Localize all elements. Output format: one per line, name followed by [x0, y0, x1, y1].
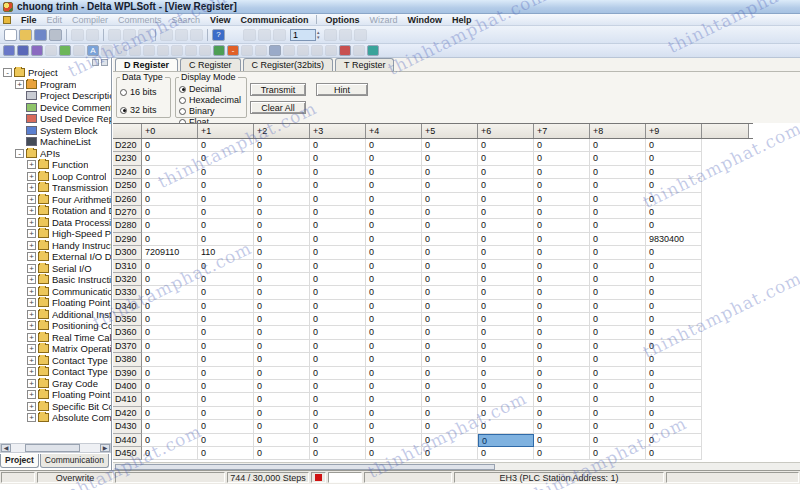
tree-item-absolute-compa[interactable]: +Absolute Compa: [0, 412, 111, 424]
tree-item-used-device-report[interactable]: Used Device Report: [0, 113, 111, 125]
register-cell[interactable]: 0: [422, 286, 478, 299]
register-cell[interactable]: 0: [646, 340, 702, 353]
register-cell[interactable]: 0: [646, 179, 702, 192]
register-cell[interactable]: 0: [478, 393, 534, 406]
register-cell[interactable]: 0: [310, 246, 366, 259]
register-cell[interactable]: 0: [590, 353, 646, 366]
register-cell[interactable]: 0: [310, 326, 366, 339]
tab-t-register[interactable]: T Register: [335, 58, 394, 71]
register-cell[interactable]: 0: [590, 434, 646, 447]
register-cell[interactable]: 0: [534, 420, 590, 433]
panel-close-button[interactable]: [101, 59, 108, 66]
register-cell[interactable]: 0: [142, 206, 198, 219]
register-cell[interactable]: 0: [310, 260, 366, 273]
scroll-left-icon[interactable]: ◀: [1, 444, 11, 452]
register-cell[interactable]: 0: [198, 420, 254, 433]
register-cell[interactable]: 0: [198, 340, 254, 353]
register-cell[interactable]: 0: [198, 260, 254, 273]
register-cell[interactable]: 0: [254, 166, 310, 179]
device-comment-icon[interactable]: A: [87, 45, 99, 56]
register-cell[interactable]: 0: [478, 447, 534, 460]
register-cell[interactable]: 0: [478, 353, 534, 366]
register-cell[interactable]: 0: [254, 353, 310, 366]
register-cell[interactable]: 0: [366, 326, 422, 339]
register-cell[interactable]: 0: [646, 434, 702, 447]
register-cell[interactable]: 0: [590, 393, 646, 406]
register-cell[interactable]: 0: [478, 300, 534, 313]
register-cell[interactable]: 0: [142, 193, 198, 206]
register-cell[interactable]: 0: [422, 233, 478, 246]
register-cell[interactable]: 0: [142, 434, 198, 447]
register-cell[interactable]: 0: [198, 152, 254, 165]
register-cell[interactable]: 0: [366, 152, 422, 165]
expand-icon[interactable]: +: [27, 275, 36, 284]
scroll-thumb[interactable]: [25, 444, 80, 452]
register-cell[interactable]: 0: [590, 246, 646, 259]
register-cell[interactable]: 0: [142, 420, 198, 433]
register-cell[interactable]: 0: [310, 193, 366, 206]
register-cell[interactable]: 0: [422, 393, 478, 406]
register-cell[interactable]: 0: [198, 407, 254, 420]
clear-all-button[interactable]: Clear All: [250, 101, 306, 114]
register-cell[interactable]: 0: [590, 420, 646, 433]
register-cell[interactable]: 0: [646, 407, 702, 420]
register-cell[interactable]: 0: [142, 340, 198, 353]
register-cell[interactable]: 0: [422, 246, 478, 259]
expand-icon[interactable]: +: [27, 298, 36, 307]
register-cell[interactable]: 0: [534, 353, 590, 366]
register-cell[interactable]: 0: [422, 353, 478, 366]
register-cell[interactable]: 0: [310, 407, 366, 420]
register-cell[interactable]: 0: [310, 313, 366, 326]
register-cell[interactable]: 0: [590, 367, 646, 380]
expand-icon[interactable]: +: [27, 241, 36, 250]
display-mode-option-binary[interactable]: Binary: [179, 106, 243, 116]
tree-item-apis[interactable]: -APIs: [0, 148, 111, 160]
register-cell[interactable]: 0: [646, 286, 702, 299]
register-cell[interactable]: 0: [310, 380, 366, 393]
register-cell[interactable]: 0: [478, 166, 534, 179]
register-cell[interactable]: 0: [254, 300, 310, 313]
save-icon[interactable]: [34, 29, 47, 41]
expand-icon[interactable]: +: [27, 402, 36, 411]
register-cell[interactable]: 0: [366, 434, 422, 447]
register-cell[interactable]: 0: [478, 367, 534, 380]
register-cell[interactable]: 0: [198, 326, 254, 339]
register-cell[interactable]: 0: [366, 273, 422, 286]
register-cell[interactable]: 0: [646, 193, 702, 206]
register-cell[interactable]: 0: [254, 420, 310, 433]
register-cell[interactable]: 0: [198, 434, 254, 447]
register-cell[interactable]: 0: [534, 300, 590, 313]
register-cell[interactable]: 0: [422, 152, 478, 165]
online-mode-icon[interactable]: [213, 45, 225, 56]
register-cell[interactable]: 0: [366, 260, 422, 273]
expand-icon[interactable]: +: [27, 356, 36, 365]
register-cell[interactable]: 0: [366, 246, 422, 259]
register-cell[interactable]: 0: [534, 326, 590, 339]
register-cell[interactable]: 0: [142, 300, 198, 313]
expand-icon[interactable]: +: [27, 264, 36, 273]
register-cell[interactable]: 0: [254, 233, 310, 246]
menu-wizard[interactable]: Wizard: [364, 15, 402, 25]
register-cell[interactable]: 0: [254, 380, 310, 393]
register-cell[interactable]: 0: [310, 434, 366, 447]
tree-item-data-processing[interactable]: +Data Processing: [0, 217, 111, 229]
display-mode-radio[interactable]: [179, 97, 186, 104]
scroll-thumb[interactable]: [115, 464, 495, 470]
sidebar-tab-communication[interactable]: Communication: [40, 454, 109, 468]
register-cell[interactable]: 0: [422, 193, 478, 206]
row-number-spinner[interactable]: 1▴▾: [290, 29, 320, 41]
register-cell[interactable]: 0: [198, 353, 254, 366]
register-cell[interactable]: 0: [478, 206, 534, 219]
register-cell[interactable]: 0: [254, 313, 310, 326]
tree-item-high-speed-pro[interactable]: +High-Speed Pro: [0, 228, 111, 240]
register-cell[interactable]: 0: [590, 260, 646, 273]
new-file-icon[interactable]: [4, 29, 17, 41]
expand-icon[interactable]: +: [27, 367, 36, 376]
register-cell[interactable]: 0: [534, 260, 590, 273]
register-cell[interactable]: 0: [142, 219, 198, 232]
register-cell[interactable]: 0: [590, 273, 646, 286]
register-cell[interactable]: 0: [422, 166, 478, 179]
register-cell[interactable]: 0: [422, 447, 478, 460]
register-cell[interactable]: 0: [422, 139, 478, 152]
register-cell[interactable]: 0: [422, 219, 478, 232]
